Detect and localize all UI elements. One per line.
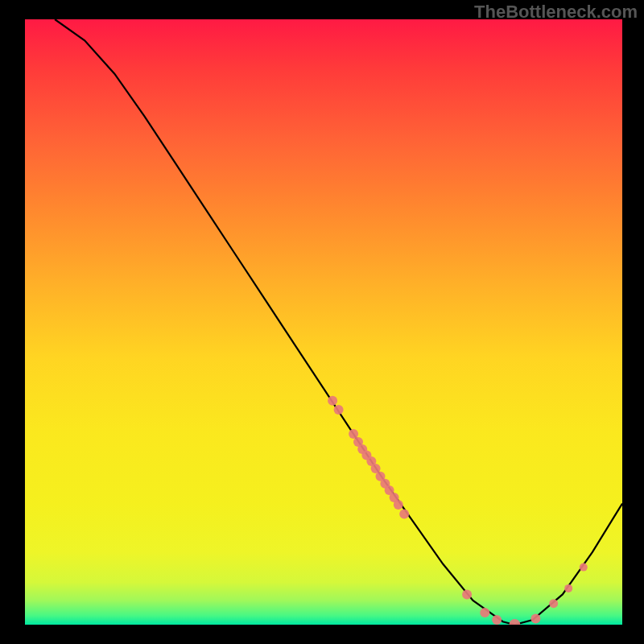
watermark-text: TheBottleneck.com — [474, 2, 638, 23]
data-point — [580, 564, 588, 572]
bottleneck-curve — [55, 19, 622, 625]
data-point — [492, 615, 502, 625]
data-point — [530, 614, 540, 624]
data-point — [334, 405, 344, 415]
data-point — [394, 500, 403, 510]
data-point — [399, 509, 409, 518]
data-point — [509, 619, 520, 625]
data-point — [549, 599, 558, 608]
data-point — [480, 608, 489, 617]
data-point — [328, 396, 337, 406]
plot-area — [25, 19, 622, 625]
data-point — [564, 584, 572, 592]
chart-svg — [25, 19, 622, 625]
data-point — [462, 589, 472, 599]
scatter-points — [328, 396, 588, 625]
